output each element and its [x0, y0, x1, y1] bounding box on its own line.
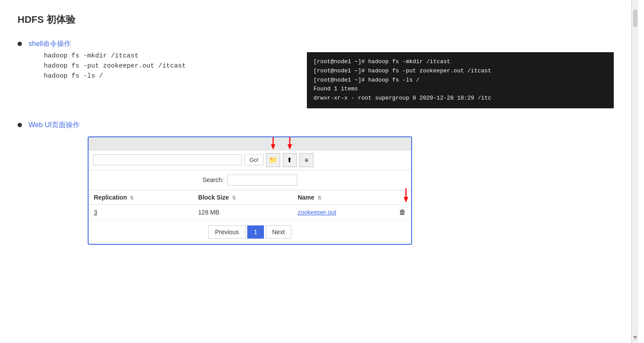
list-button[interactable]: ≡: [299, 153, 313, 167]
svg-marker-5: [404, 197, 408, 203]
cell-delete: 🗑: [394, 204, 411, 220]
next-button[interactable]: Next: [266, 225, 292, 239]
previous-button[interactable]: Previous: [208, 225, 245, 239]
path-input[interactable]: [93, 154, 242, 165]
sort-icon-replication[interactable]: ⇅: [130, 195, 134, 200]
replication-value[interactable]: 3: [94, 209, 97, 216]
red-arrow-to-folder: [270, 137, 277, 150]
bullet-label-webui: Web UI页面操作: [28, 121, 80, 130]
command-3: hadoop fs -ls /: [44, 72, 307, 80]
sort-icon-blocksize[interactable]: ⇅: [232, 195, 236, 200]
pagination: Previous 1 Next: [89, 220, 411, 244]
go-button[interactable]: Go!: [245, 154, 263, 165]
page-title: HDFS 初体验: [18, 13, 614, 26]
command-2: hadoop fs -put zookeeper.out /itcast: [44, 62, 307, 70]
cell-blocksize: 128 MB: [193, 204, 292, 220]
bullet-label-shell: shell命令操作: [28, 39, 71, 49]
terminal-line-3: [root@node1 ~]# hadoop fs -ls /: [313, 76, 607, 85]
col-name: Name ⇅: [292, 190, 394, 205]
page-1-button[interactable]: 1: [247, 225, 264, 239]
command-1: hadoop fs -mkdir /itcast: [44, 52, 307, 60]
terminal-line-4: Found 1 items: [313, 85, 607, 94]
col-replication: Replication ⇅: [89, 190, 193, 205]
red-arrow-to-upload: [286, 137, 293, 150]
cell-replication: 3: [89, 204, 193, 220]
folder-button[interactable]: 📁: [266, 153, 280, 167]
ui-panel: Go! 📁: [88, 136, 412, 245]
bullet-dot-2: [18, 123, 22, 127]
col-blocksize: Block Size ⇅: [193, 190, 292, 205]
table-row: 3 128 MB zookeeper.out: [89, 204, 411, 220]
panel-top-bar: [89, 137, 411, 150]
upload-button[interactable]: ⬆: [283, 153, 297, 167]
cell-name: zookeeper.out: [292, 204, 394, 220]
delete-button[interactable]: 🗑: [399, 208, 406, 216]
sort-icon-name[interactable]: ⇅: [317, 195, 321, 200]
svg-marker-1: [271, 144, 275, 150]
search-row: Search:: [89, 170, 411, 190]
terminal-line-2: [root@node1 ~]# hadoop fs -put zookeeper…: [313, 67, 607, 76]
scrollbar-thumb[interactable]: [633, 10, 637, 27]
bullet-dot-1: [18, 42, 22, 46]
filename-link[interactable]: zookeeper.out: [298, 209, 336, 216]
svg-marker-3: [288, 144, 292, 150]
file-table: Replication ⇅ Block Size ⇅ Name ⇅: [89, 190, 411, 220]
terminal-line-5: drwxr-xr-x - root supergroup 0 2020-12-2…: [313, 94, 607, 103]
scroll-down-arrow[interactable]: [633, 336, 637, 340]
terminal-output: [root@node1 ~]# hadoop fs -mkdir /itcast…: [307, 52, 614, 108]
search-label: Search:: [203, 176, 224, 183]
scrollbar[interactable]: [631, 0, 638, 343]
red-arrow-to-trash: [402, 188, 410, 204]
terminal-line-1: [root@node1 ~]# hadoop fs -mkdir /itcast: [313, 57, 607, 67]
search-input[interactable]: [227, 175, 297, 186]
